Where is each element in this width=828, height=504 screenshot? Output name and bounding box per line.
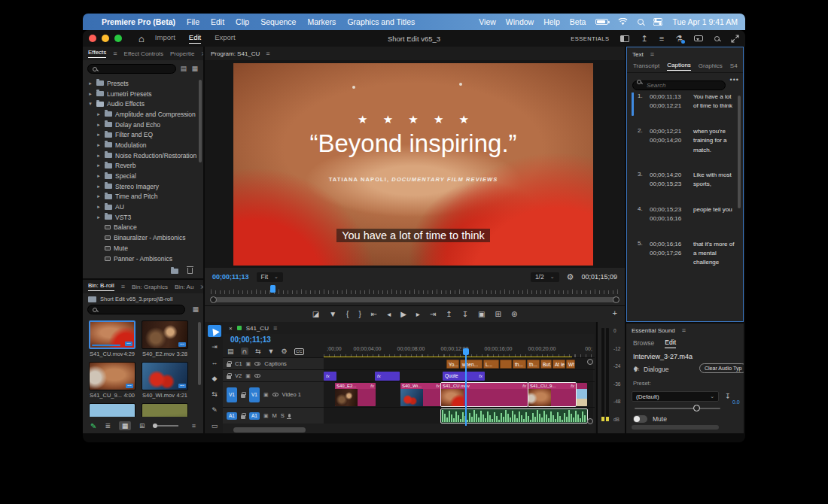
preset-dropdown[interactable]: (Default)⌄	[632, 391, 719, 402]
tab-effect-controls[interactable]: Effect Controls	[124, 50, 163, 57]
delete-icon[interactable]	[187, 268, 193, 274]
menubar-app-name[interactable]: Premiere Pro (Beta)	[102, 17, 175, 26]
panel-menu-icon[interactable]: ≡	[121, 283, 125, 290]
twirl-icon[interactable]: ▸	[96, 204, 102, 210]
track-target[interactable]: V2	[235, 372, 242, 379]
audio-clip[interactable]	[441, 409, 587, 423]
caption-text[interactable]: when you're training for a match.	[693, 127, 737, 155]
caption-clip[interactable]: th...	[527, 360, 540, 369]
twirl-icon[interactable]: ▸	[96, 214, 102, 220]
home-icon[interactable]: ⌂	[139, 33, 145, 44]
tree-item[interactable]: ▸Time and Pitch	[83, 192, 203, 202]
lock-icon[interactable]	[227, 375, 231, 379]
bin-clip[interactable]: •••S40_WI.mov4:21	[142, 362, 188, 399]
caption-clip[interactable]: Wh	[566, 360, 575, 369]
program-video-frame[interactable]: ★ ★ ★ ★ ★ “Beyond inspiring.” TATIANA NA…	[233, 63, 593, 266]
scroll-handle-top[interactable]	[587, 359, 593, 365]
program-scrubber[interactable]	[211, 287, 619, 294]
menu-item-beta[interactable]: Beta	[570, 17, 586, 26]
tree-item[interactable]: ▸AU	[83, 202, 203, 212]
workspace-label[interactable]: ESSENTIALS	[571, 35, 609, 42]
go-to-in-icon[interactable]: ⇤	[371, 311, 377, 318]
step-forward-icon[interactable]: ▸	[416, 311, 420, 318]
overflow-tabs-icon[interactable]: ≫	[200, 284, 203, 290]
source-patch[interactable]: V1	[227, 387, 237, 402]
playback-resolution-dropdown[interactable]: 1/2⌄	[531, 272, 559, 282]
panel-menu-icon[interactable]: ≡	[650, 50, 654, 58]
effects-search-input[interactable]	[87, 64, 176, 74]
bin-clip[interactable]: •••S41_CU.mov4:29	[89, 320, 135, 357]
source-patch[interactable]: A1	[227, 412, 237, 420]
lift-icon[interactable]: ↥	[446, 311, 452, 318]
extract-icon[interactable]: ↧	[462, 311, 468, 318]
menu-item-file[interactable]: File	[187, 17, 199, 26]
lock-icon[interactable]	[241, 394, 245, 398]
track-output-icon[interactable]	[254, 362, 260, 366]
nav-tab-edit[interactable]: Edit	[189, 33, 201, 44]
panel-menu-icon[interactable]: ≡	[113, 50, 117, 57]
graphic-clip[interactable]: fx	[375, 372, 400, 381]
caption-clip[interactable]: Yo...	[446, 360, 459, 369]
bin-breadcrumb[interactable]: Short Edit v65_3.prproj\B-roll	[100, 296, 172, 302]
video-clip[interactable]: S40_E2...fx	[335, 383, 376, 406]
track-content[interactable]: fxfxQuotefx	[324, 370, 593, 381]
tree-item[interactable]: Binauralizer - Ambisonics	[83, 232, 203, 243]
twirl-icon[interactable]: ▸	[96, 153, 102, 159]
tab-bin-au[interactable]: Bin: Au	[175, 284, 193, 290]
step-back-icon[interactable]: ◂	[387, 311, 391, 318]
panel-menu-icon[interactable]: ≡	[273, 324, 277, 332]
sort-icons-icon[interactable]: ≡	[192, 422, 196, 430]
selection-tool[interactable]	[208, 325, 221, 337]
rectangle-tool[interactable]: ▭	[208, 420, 221, 432]
level-slider[interactable]	[635, 408, 720, 409]
voiceover-record-icon[interactable]	[288, 414, 291, 417]
twirl-icon[interactable]: ▸	[96, 122, 102, 128]
bin-clip[interactable]: •••S41_CU_9...4:00	[89, 362, 135, 399]
track-content[interactable]: Yo...when...L...th...th...But...At le...…	[324, 358, 593, 369]
panel-menu-icon[interactable]: ≡	[682, 326, 686, 334]
graphic-clip[interactable]: Quotefx	[443, 372, 485, 381]
twirl-icon[interactable]: ▸	[96, 111, 102, 117]
caption-list-item[interactable]: 4.00;00;15;2300;00;16;16people tell you	[632, 205, 737, 224]
timeline-playhead[interactable]	[465, 355, 467, 426]
caption-clip[interactable]: But...	[540, 360, 552, 369]
track-output-icon[interactable]	[272, 393, 279, 396]
tree-item[interactable]: ▸Modulation	[83, 140, 203, 150]
twirl-icon[interactable]: ▸	[96, 162, 102, 169]
bin-clip[interactable]	[142, 403, 188, 417]
caption-clip[interactable]: th...	[513, 360, 526, 369]
track-content[interactable]	[324, 408, 593, 424]
track-header[interactable]: C1▣Captions	[223, 358, 324, 369]
fullscreen-icon[interactable]	[731, 35, 739, 43]
add-marker-icon[interactable]: ▼	[268, 348, 275, 355]
video-clip[interactable]: S40_Wi...fx	[400, 383, 441, 406]
caption-text[interactable]: people tell you	[693, 205, 737, 224]
spotlight-icon[interactable]	[638, 19, 644, 25]
bin-clip[interactable]	[89, 403, 135, 417]
es-scrollbar[interactable]	[632, 425, 719, 430]
track-content[interactable]: S40_E2...fxS40_Wi...fxS41_CU.movfxS41_CU…	[324, 382, 593, 407]
save-preset-icon[interactable]: ↧	[725, 393, 731, 400]
tab-transcript[interactable]: Transcript	[633, 62, 659, 69]
export-frame-icon[interactable]: ▣	[478, 311, 485, 318]
icon-view-icon[interactable]: ▦	[119, 421, 131, 430]
new-preset-bin-icon[interactable]: ▤	[180, 65, 187, 72]
tree-item[interactable]: Panner - Ambisonics	[83, 254, 203, 263]
mute-toggle[interactable]	[633, 415, 647, 423]
button-editor-icon[interactable]: +	[613, 308, 617, 317]
bin-search-input[interactable]	[87, 305, 185, 314]
bin-clip[interactable]: •••S40_E2.mov3:28	[142, 320, 188, 357]
tree-item[interactable]: ▸Noise Reduction/Restoration	[83, 150, 203, 161]
caption-list-item[interactable]: 5.00;00;16;1600;00;17;26that it's more o…	[632, 240, 737, 268]
proxy-icon[interactable]: ⊛	[511, 311, 517, 318]
menu-item-markers[interactable]: Markers	[307, 17, 336, 26]
graphic-clip[interactable]: fx	[324, 372, 336, 381]
caption-clip[interactable]: At le...	[553, 360, 565, 369]
wifi-icon[interactable]	[618, 18, 628, 26]
video-clip[interactable]: S41_CU.movfx	[441, 383, 528, 406]
menubar-clock[interactable]: Tue Apr 1 9:41 AM	[672, 17, 738, 26]
twirl-icon[interactable]: ▸	[96, 142, 102, 148]
search-icon[interactable]	[714, 36, 720, 41]
program-timecode[interactable]: 00;00;11;13	[212, 273, 249, 281]
tab-s4[interactable]: S4	[730, 62, 738, 69]
